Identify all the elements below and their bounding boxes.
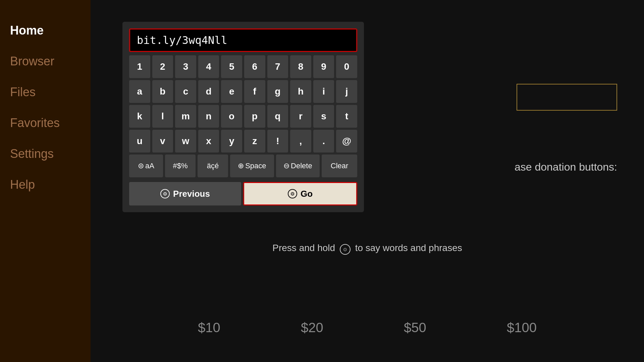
delete-icon: ⊖ xyxy=(283,162,289,170)
key-s[interactable]: s xyxy=(313,105,334,128)
key-b[interactable]: b xyxy=(152,80,173,103)
key-h[interactable]: h xyxy=(290,80,311,103)
key-6[interactable]: 6 xyxy=(244,55,265,78)
url-input[interactable] xyxy=(129,28,357,52)
key-case-toggle[interactable]: ⊜ aA xyxy=(129,155,163,177)
mic-icon: ⊙ xyxy=(340,244,351,255)
space-label: Space xyxy=(245,162,266,170)
go-label: Go xyxy=(301,189,313,199)
key-n[interactable]: n xyxy=(198,105,219,128)
case-icon: ⊜ xyxy=(138,162,144,170)
donation-amount-10: $10 xyxy=(198,320,220,335)
key-period[interactable]: . xyxy=(313,130,334,153)
keyboard-dialog: 1 2 3 4 5 6 7 8 9 0 a b c d e f g h i j … xyxy=(122,22,364,212)
key-d[interactable]: d xyxy=(198,80,219,103)
key-j[interactable]: j xyxy=(336,80,357,103)
key-w[interactable]: w xyxy=(175,130,196,153)
key-row-kt: k l m n o p q r s t xyxy=(129,105,357,128)
go-icon: ⊙ xyxy=(288,189,297,198)
key-space[interactable]: ⊕ Space xyxy=(230,155,274,177)
donation-label: ase donation buttons: xyxy=(515,161,617,173)
hint-suffix: to say words and phrases xyxy=(355,243,462,253)
press-hold-hint: Press and hold ⊙ to say words and phrase… xyxy=(91,243,644,255)
key-t[interactable]: t xyxy=(336,105,357,128)
key-2[interactable]: 2 xyxy=(152,55,173,78)
key-a[interactable]: a xyxy=(129,80,150,103)
key-m[interactable]: m xyxy=(175,105,196,128)
key-x[interactable]: x xyxy=(198,130,219,153)
key-row-special: ⊜ aA #$% äçé ⊕ Space ⊖ Delete Clear xyxy=(129,155,357,177)
keyboard-rows: 1 2 3 4 5 6 7 8 9 0 a b c d e f g h i j … xyxy=(129,55,357,177)
key-at[interactable]: @ xyxy=(336,130,357,153)
key-7[interactable]: 7 xyxy=(267,55,288,78)
key-u[interactable]: u xyxy=(129,130,150,153)
sidebar-item-browser[interactable]: Browser xyxy=(10,51,80,72)
sidebar-item-files[interactable]: Files xyxy=(10,82,80,103)
key-row-numbers: 1 2 3 4 5 6 7 8 9 0 xyxy=(129,55,357,78)
key-delete[interactable]: ⊖ Delete xyxy=(276,155,320,177)
sidebar-item-favorites[interactable]: Favorites xyxy=(10,113,80,133)
key-y[interactable]: y xyxy=(221,130,242,153)
sidebar: Home Browser Files Favorites Settings He… xyxy=(0,0,91,362)
key-p[interactable]: p xyxy=(244,105,265,128)
sidebar-item-home[interactable]: Home xyxy=(10,20,80,41)
key-3[interactable]: 3 xyxy=(175,55,196,78)
key-z[interactable]: z xyxy=(244,130,265,153)
space-icon: ⊕ xyxy=(238,162,244,170)
key-f[interactable]: f xyxy=(244,80,265,103)
key-l[interactable]: l xyxy=(152,105,173,128)
key-clear[interactable]: Clear xyxy=(322,155,357,177)
delete-label: Delete xyxy=(291,162,312,170)
key-1[interactable]: 1 xyxy=(129,55,150,78)
key-r[interactable]: r xyxy=(290,105,311,128)
key-4[interactable]: 4 xyxy=(198,55,219,78)
key-row-aj: a b c d e f g h i j xyxy=(129,80,357,103)
donation-amount-50: $50 xyxy=(404,320,426,335)
key-0[interactable]: 0 xyxy=(336,55,357,78)
key-comma[interactable]: , xyxy=(290,130,311,153)
key-c[interactable]: c xyxy=(175,80,196,103)
previous-label: Previous xyxy=(173,189,210,199)
previous-icon: ⊙ xyxy=(160,189,170,198)
key-e[interactable]: e xyxy=(221,80,242,103)
key-9[interactable]: 9 xyxy=(313,55,334,78)
donation-box xyxy=(517,84,617,111)
key-k[interactable]: k xyxy=(129,105,150,128)
previous-button[interactable]: ⊙ Previous xyxy=(129,182,241,205)
key-exclaim[interactable]: ! xyxy=(267,130,288,153)
key-8[interactable]: 8 xyxy=(290,55,311,78)
key-v[interactable]: v xyxy=(152,130,173,153)
hint-text: Press and hold xyxy=(272,243,335,253)
donation-amounts-row: $10 $20 $50 $100 xyxy=(91,320,644,335)
sidebar-item-help[interactable]: Help xyxy=(10,174,80,195)
donation-amount-100: $100 xyxy=(507,320,537,335)
sidebar-item-settings[interactable]: Settings xyxy=(10,143,80,164)
nav-buttons: ⊙ Previous ⊙ Go xyxy=(129,182,357,205)
key-o[interactable]: o xyxy=(221,105,242,128)
go-button[interactable]: ⊙ Go xyxy=(243,182,357,205)
key-row-u-at: u v w x y z ! , . @ xyxy=(129,130,357,153)
donation-amount-20: $20 xyxy=(301,320,323,335)
key-i[interactable]: i xyxy=(313,80,334,103)
key-symbols[interactable]: #$% xyxy=(165,155,196,177)
case-label: aA xyxy=(145,162,154,170)
key-accent[interactable]: äçé xyxy=(198,155,228,177)
key-q[interactable]: q xyxy=(267,105,288,128)
key-5[interactable]: 5 xyxy=(221,55,242,78)
key-g[interactable]: g xyxy=(267,80,288,103)
